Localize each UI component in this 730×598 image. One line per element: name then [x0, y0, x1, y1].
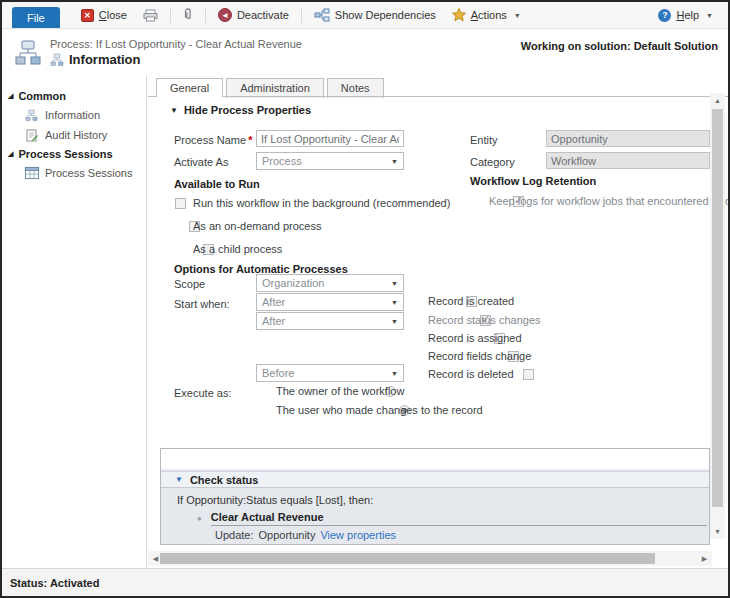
- chevron-down-icon: ▼: [391, 158, 398, 165]
- process-name-input[interactable]: [256, 130, 404, 147]
- bullet-icon: ●: [197, 514, 202, 523]
- tab-administration[interactable]: Administration: [226, 78, 324, 98]
- close-button[interactable]: ✕ Close: [74, 6, 134, 25]
- scope-label: Scope: [174, 278, 205, 290]
- checkbox-label: Record fields change: [428, 350, 531, 362]
- checkbox-label: Keep logs for workflow jobs that encount…: [489, 195, 730, 207]
- sidebar-group-label: Process Sessions: [18, 148, 112, 160]
- start-when-label: Start when:: [174, 298, 230, 310]
- chevron-down-icon: ▼: [706, 12, 713, 19]
- attach-button[interactable]: [176, 5, 200, 26]
- radio-label: The owner of the workflow: [276, 385, 404, 397]
- start-when-select-2[interactable]: After ▼: [256, 312, 404, 330]
- print-icon: [143, 9, 158, 22]
- help-icon: ?: [658, 9, 671, 22]
- deactivate-icon: ◄: [218, 8, 232, 22]
- actions-button[interactable]: Actions ▼: [445, 5, 528, 25]
- sidebar-group-common[interactable]: ◢ Common: [2, 87, 146, 105]
- checkbox-run-in-background[interactable]: [175, 198, 186, 209]
- execute-as-label: Execute as:: [174, 387, 231, 399]
- checkbox-label: Run this workflow in the background (rec…: [193, 197, 450, 209]
- checkbox-record-is-deleted[interactable]: [523, 369, 534, 380]
- deactivate-button[interactable]: ◄ Deactivate: [211, 5, 296, 25]
- chevron-down-icon: ▼: [391, 299, 398, 306]
- start-when-value: Before: [262, 367, 294, 379]
- expanded-triangle-icon: ◢: [8, 92, 13, 100]
- entity-input[interactable]: [546, 130, 710, 147]
- status-bar: Status: Activated: [2, 568, 728, 596]
- chevron-down-icon: ▼: [391, 370, 398, 377]
- checkbox-label: Record is deleted: [428, 368, 514, 380]
- checkbox-label: Record is assigned: [428, 332, 522, 344]
- radio-label: The user who made changes to the record: [276, 404, 483, 416]
- print-button[interactable]: [136, 6, 165, 25]
- scroll-down-icon[interactable]: ▼: [710, 524, 725, 539]
- checkbox-label: As a child process: [193, 243, 282, 255]
- sidebar: ◢ Common Information Audit History ◢ Pro…: [2, 75, 147, 568]
- status-text: Status: Activated: [10, 577, 99, 589]
- checkbox-label: As an on-demand process: [193, 220, 321, 232]
- start-when-select-3[interactable]: Before ▼: [256, 364, 404, 382]
- vertical-scrollbar[interactable]: ▲ ▼: [710, 93, 725, 539]
- start-when-select-1[interactable]: After ▼: [256, 293, 404, 311]
- hide-process-properties-toggle[interactable]: ▼ Hide Process Properties: [170, 104, 311, 116]
- sessions-grid-icon: [24, 166, 39, 180]
- update-row: Update: Opportunity View properties: [215, 529, 396, 541]
- close-icon: ✕: [81, 9, 94, 22]
- close-label: Close: [99, 9, 127, 21]
- sidebar-group-process-sessions[interactable]: ◢ Process Sessions: [2, 145, 146, 163]
- tab-general[interactable]: General: [156, 78, 223, 97]
- process-label: Process: If Lost Opportunity - Clear Act…: [50, 38, 302, 50]
- required-marker: *: [248, 134, 252, 146]
- sidebar-item-audit-history[interactable]: Audit History: [2, 125, 146, 145]
- process-icon: [14, 39, 42, 67]
- step-title: Check status: [190, 474, 258, 486]
- chevron-down-icon: ▼: [391, 318, 398, 325]
- show-dependencies-button[interactable]: Show Dependencies: [307, 5, 443, 25]
- sidebar-item-label: Information: [45, 109, 100, 121]
- app-window: File ✕ Close ◄ Deactivate Show Dependenc…: [0, 0, 730, 598]
- dependencies-icon: [314, 8, 330, 22]
- scope-select[interactable]: Organization ▼: [256, 274, 404, 292]
- workflow-log-retention-heading: Workflow Log Retention: [470, 175, 596, 187]
- toolbar-buttons: ✕ Close ◄ Deactivate Show Dependencies: [74, 5, 528, 26]
- scroll-right-icon[interactable]: ▶: [697, 551, 712, 566]
- action-title: Clear Actual Revenue: [211, 511, 324, 523]
- chevron-down-icon: ▼: [391, 280, 398, 287]
- tab-rule: [148, 96, 728, 97]
- sidebar-item-information[interactable]: Information: [2, 105, 146, 125]
- expanded-triangle-icon: ◢: [8, 150, 13, 158]
- sidebar-item-label: Audit History: [45, 129, 107, 141]
- tab-notes[interactable]: Notes: [327, 78, 384, 98]
- toolbar-separator: [301, 8, 302, 23]
- sidebar-item-label: Process Sessions: [45, 167, 132, 179]
- file-tab[interactable]: File: [12, 7, 60, 28]
- category-input[interactable]: [546, 152, 710, 169]
- help-button[interactable]: ? Help ▼: [651, 6, 720, 25]
- update-entity: Opportunity: [259, 529, 316, 541]
- horizontal-scrollbar-thumb[interactable]: [160, 553, 655, 564]
- activate-as-label: Activate As: [174, 156, 228, 168]
- collapse-step-icon: ▼: [175, 475, 183, 484]
- horizontal-scrollbar[interactable]: ◀ ▶: [148, 551, 712, 566]
- main-content: General Administration Notes ▼ Hide Proc…: [148, 75, 728, 568]
- activate-as-select[interactable]: Process ▼: [256, 152, 404, 170]
- sidebar-group-label: Common: [18, 90, 66, 102]
- sidebar-item-process-sessions[interactable]: Process Sessions: [2, 163, 146, 183]
- condition-text: If Opportunity:Status equals [Lost], the…: [177, 494, 373, 506]
- scroll-up-icon[interactable]: ▲: [710, 93, 725, 108]
- vertical-scrollbar-thumb[interactable]: [712, 109, 723, 507]
- category-label: Category: [470, 156, 515, 168]
- page-title: Information: [69, 52, 141, 67]
- start-when-value: After: [262, 296, 285, 308]
- entity-label: Entity: [470, 134, 498, 146]
- show-dependencies-label: Show Dependencies: [335, 9, 436, 21]
- available-to-run-heading: Available to Run: [174, 178, 260, 190]
- actions-label: Actions: [471, 9, 507, 21]
- view-properties-link[interactable]: View properties: [320, 529, 396, 541]
- solution-label: Working on solution: Default Solution: [521, 40, 718, 52]
- page-header: Process: If Lost Opportunity - Clear Act…: [2, 30, 728, 75]
- collapse-label: Hide Process Properties: [184, 104, 311, 116]
- check-status-step-header[interactable]: ▼ Check status: [161, 471, 709, 488]
- start-when-value: After: [262, 315, 285, 327]
